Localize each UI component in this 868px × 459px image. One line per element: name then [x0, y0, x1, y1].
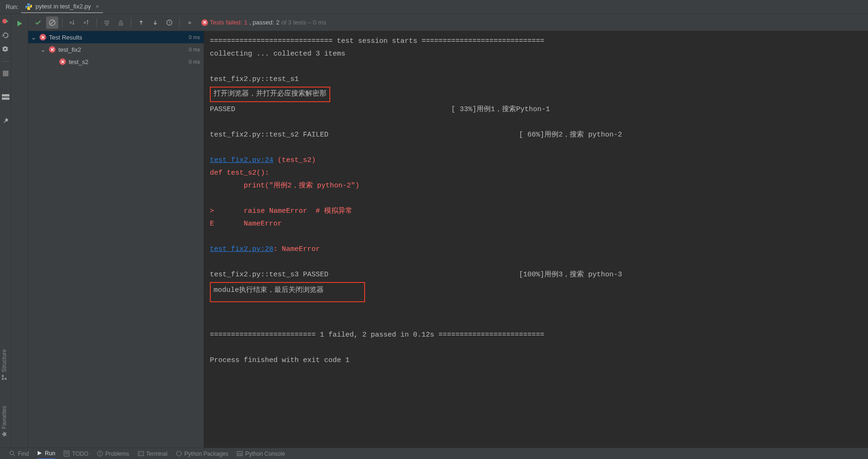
tree-test-label: test_s2 [69, 58, 189, 65]
svg-rect-13 [2, 375, 4, 377]
svg-rect-6 [2, 97, 9, 100]
status-suffix: of 3 tests – 0 ms [281, 19, 326, 26]
test-status-summary: ✕ Tests failed: 1, passed: 2 of 3 tests … [201, 19, 326, 26]
highlight-text: module执行结束，最后关闭浏览器 [214, 286, 324, 294]
svg-text:py: py [238, 452, 242, 456]
svg-rect-14 [5, 378, 7, 380]
problems-tool-button[interactable]: Problems [97, 451, 129, 457]
svg-text:a: a [84, 20, 86, 24]
sort-alpha-down-button[interactable]: a [66, 16, 79, 29]
run-tool-column [11, 14, 28, 448]
python-console-tool-button[interactable]: pyPython Console [237, 451, 285, 457]
file-link[interactable]: test_fix2.py:24 [210, 156, 273, 164]
svg-text:a: a [70, 20, 72, 24]
svg-point-1 [30, 8, 30, 9]
console-line: test_fix2.py::test_s1 [210, 73, 868, 86]
console-output[interactable]: ============================= test sessi… [204, 31, 868, 448]
pytest-icon [25, 3, 32, 10]
bottom-tool-bar: Find Run TODO Problems Terminal Python P… [0, 448, 868, 459]
highlight-text: 打开浏览器，并打开必应搜索解密那 [214, 90, 326, 98]
tree-file-time: 0 ms [189, 47, 200, 52]
tree-root-label: Test Results [49, 34, 189, 41]
close-tab-icon[interactable]: × [96, 3, 99, 10]
stop-square-icon[interactable] [1, 69, 10, 78]
tree-root[interactable]: ⌄ ✕ Test Results 0 ms [28, 31, 204, 43]
run-config-tab[interactable]: pytest in test_fix2.py × [21, 1, 103, 13]
next-test-button[interactable] [149, 16, 161, 29]
fail-icon: ✕ [49, 46, 56, 53]
show-ignored-button[interactable] [46, 16, 58, 29]
tree-file-node[interactable]: ⌄ ✕ test_fix2 0 ms [28, 43, 204, 56]
more-button[interactable]: » [183, 16, 196, 29]
chevron-down-icon[interactable]: ⌄ [30, 34, 37, 41]
favorites-label: Favorites [1, 406, 8, 429]
fail-label: Tests failed: [210, 19, 242, 26]
file-link[interactable]: test_fix2.py:28 [210, 245, 273, 253]
console-line: Process finished with exit code 1 [210, 354, 868, 367]
expand-all-button[interactable] [101, 16, 113, 29]
pin-icon[interactable] [1, 116, 10, 125]
sort-alpha-up-button[interactable]: a [80, 16, 93, 29]
svg-point-22 [100, 455, 101, 456]
svg-rect-12 [2, 378, 4, 380]
run-label: Run: [6, 3, 18, 10]
todo-tool-button[interactable]: TODO [64, 451, 88, 457]
console-line: collecting ... collected 3 items [210, 48, 868, 60]
console-line: (test_s2) [273, 156, 316, 164]
tree-root-time: 0 ms [189, 34, 200, 40]
run-tool-button[interactable]: Run [37, 448, 55, 459]
collapse-all-button[interactable] [115, 16, 127, 29]
structure-tool-button[interactable]: Structure [1, 346, 8, 384]
packages-tool-button[interactable]: Python Packages [176, 451, 228, 457]
favorites-tool-button[interactable]: Favorites [1, 403, 8, 440]
console-line: PASSED [ 33%] [210, 105, 477, 113]
run-tab-bar: Run: pytest in test_fix2.py × [0, 0, 868, 14]
svg-line-16 [13, 454, 15, 456]
highlight-box: 打开浏览器，并打开必应搜索解密那 [210, 87, 330, 102]
console-line: def test_s2(): [210, 167, 868, 179]
console-line: E NameError [210, 217, 868, 230]
layout-icon[interactable] [1, 93, 10, 101]
console-line: test_fix2.py::test_s3 PASSED [100%] [210, 271, 544, 279]
svg-rect-5 [2, 94, 9, 97]
console-line: ============================= test sessi… [210, 35, 868, 48]
svg-point-3 [4, 48, 6, 50]
svg-point-0 [28, 4, 28, 4]
fail-count: 1 [244, 19, 247, 26]
chevron-down-icon[interactable]: ⌄ [40, 46, 46, 53]
console-line: print("用例2，搜索 python-2") [210, 179, 868, 192]
console-line: : NameError [273, 245, 320, 253]
test-toolbar: a a » ✕ Tests failed: 1, passed: 2 of 3 … [28, 14, 868, 31]
refresh-icon[interactable] [1, 31, 10, 40]
tree-test-leaf[interactable]: ✕ test_s2 0 ms [28, 56, 204, 68]
passed-count: 2 [276, 19, 279, 26]
tree-file-label: test_fix2 [58, 46, 189, 53]
fail-icon: ✕ [201, 19, 208, 26]
settings-icon[interactable] [1, 45, 10, 54]
terminal-tool-button[interactable]: Terminal [138, 451, 167, 457]
fail-icon: ✕ [40, 34, 46, 40]
run-config-title: pytest in test_fix2.py [35, 3, 91, 10]
svg-rect-23 [138, 451, 143, 456]
show-passed-button[interactable] [32, 16, 44, 29]
rerun-button[interactable] [14, 18, 25, 29]
structure-label: Structure [1, 349, 8, 372]
console-line-tail: 用例2，搜索 python-2 [544, 131, 622, 139]
highlight-box: module执行结束，最后关闭浏览器 [210, 282, 365, 302]
console-line-tail: 用例3，搜索 python-3 [544, 271, 622, 279]
tree-test-time: 0 ms [189, 59, 200, 64]
find-tool-button[interactable]: Find [9, 451, 29, 457]
console-line-tail: 用例1，搜索Python-1 [477, 105, 550, 113]
toggle-breakpoint-icon[interactable] [1, 17, 10, 25]
passed-prefix: , passed: [249, 19, 274, 26]
history-button[interactable] [163, 16, 175, 29]
console-line: ========================= 1 failed, 2 pa… [210, 329, 868, 341]
svg-point-15 [10, 451, 14, 455]
svg-rect-4 [3, 71, 8, 76]
console-line: test_fix2.py::test_s2 FAILED [ 66%] [210, 131, 544, 139]
fail-icon: ✕ [59, 58, 66, 65]
test-tree[interactable]: ⌄ ✕ Test Results 0 ms ⌄ ✕ test_fix2 0 ms… [28, 31, 204, 448]
svg-line-8 [50, 21, 54, 24]
console-line: > raise NameError # 模拟异常 [210, 205, 868, 217]
prev-test-button[interactable] [135, 16, 147, 29]
